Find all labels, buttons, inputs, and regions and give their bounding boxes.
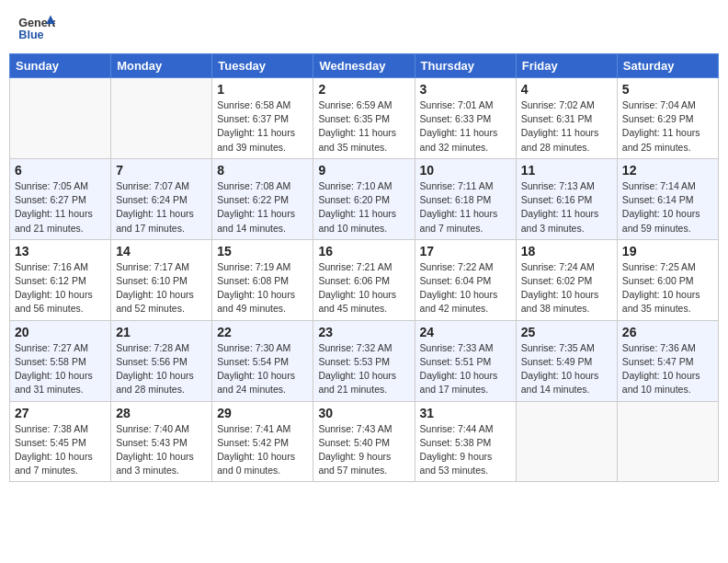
- day-number: 7: [116, 163, 207, 178]
- day-info: Sunrise: 7:44 AMSunset: 5:38 PMDaylight:…: [420, 422, 511, 478]
- calendar-cell: 25Sunrise: 7:35 AMSunset: 5:49 PMDayligh…: [516, 320, 617, 401]
- page-header: General Blue: [9, 9, 719, 46]
- day-number: 16: [318, 244, 409, 259]
- logo-icon: General Blue: [18, 14, 55, 41]
- day-number: 23: [318, 325, 409, 339]
- calendar-header-sunday: Sunday: [10, 54, 111, 78]
- day-info: Sunrise: 7:11 AMSunset: 6:18 PMDaylight:…: [420, 179, 511, 236]
- calendar-cell: 7Sunrise: 7:07 AMSunset: 6:24 PMDaylight…: [111, 158, 212, 239]
- calendar-cell: [111, 78, 212, 159]
- calendar-header-wednesday: Wednesday: [313, 54, 415, 78]
- day-number: 24: [420, 325, 511, 339]
- calendar-cell: 14Sunrise: 7:17 AMSunset: 6:10 PMDayligh…: [111, 239, 212, 320]
- day-info: Sunrise: 7:16 AMSunset: 6:12 PMDaylight:…: [15, 260, 106, 316]
- day-info: Sunrise: 7:07 AMSunset: 6:24 PMDaylight:…: [116, 179, 207, 236]
- calendar-table: SundayMondayTuesdayWednesdayThursdayFrid…: [9, 53, 719, 482]
- day-info: Sunrise: 7:10 AMSunset: 6:20 PMDaylight:…: [318, 179, 409, 236]
- day-info: Sunrise: 7:43 AMSunset: 5:40 PMDaylight:…: [318, 422, 409, 478]
- day-number: 28: [116, 406, 207, 420]
- day-number: 29: [217, 406, 308, 420]
- calendar-week-row: 6Sunrise: 7:05 AMSunset: 6:27 PMDaylight…: [10, 158, 719, 239]
- calendar-cell: [516, 401, 617, 482]
- calendar-cell: 16Sunrise: 7:21 AMSunset: 6:06 PMDayligh…: [313, 239, 415, 320]
- calendar-cell: 10Sunrise: 7:11 AMSunset: 6:18 PMDayligh…: [415, 158, 516, 239]
- calendar-cell: 30Sunrise: 7:43 AMSunset: 5:40 PMDayligh…: [313, 401, 415, 482]
- logo: General Blue: [18, 14, 59, 41]
- day-info: Sunrise: 7:28 AMSunset: 5:56 PMDaylight:…: [116, 341, 207, 397]
- calendar-cell: 3Sunrise: 7:01 AMSunset: 6:33 PMDaylight…: [415, 78, 516, 159]
- day-number: 5: [622, 82, 713, 97]
- calendar-header-friday: Friday: [516, 54, 617, 78]
- day-number: 4: [521, 82, 612, 97]
- calendar-cell: 23Sunrise: 7:32 AMSunset: 5:53 PMDayligh…: [313, 320, 415, 401]
- day-number: 9: [318, 163, 409, 178]
- day-number: 30: [318, 406, 409, 420]
- day-number: 11: [521, 163, 612, 178]
- calendar-week-row: 27Sunrise: 7:38 AMSunset: 5:45 PMDayligh…: [10, 401, 719, 482]
- day-info: Sunrise: 7:04 AMSunset: 6:29 PMDaylight:…: [622, 98, 713, 155]
- day-number: 10: [420, 163, 511, 178]
- day-number: 31: [420, 406, 511, 420]
- day-info: Sunrise: 7:32 AMSunset: 5:53 PMDaylight:…: [318, 341, 409, 397]
- day-info: Sunrise: 7:30 AMSunset: 5:54 PMDaylight:…: [217, 341, 308, 397]
- day-number: 18: [521, 244, 612, 259]
- calendar-cell: 27Sunrise: 7:38 AMSunset: 5:45 PMDayligh…: [10, 401, 111, 482]
- day-number: 19: [622, 244, 713, 259]
- calendar-cell: 22Sunrise: 7:30 AMSunset: 5:54 PMDayligh…: [212, 320, 313, 401]
- day-info: Sunrise: 7:41 AMSunset: 5:42 PMDaylight:…: [217, 422, 308, 478]
- calendar-week-row: 20Sunrise: 7:27 AMSunset: 5:58 PMDayligh…: [10, 320, 719, 401]
- day-info: Sunrise: 7:05 AMSunset: 6:27 PMDaylight:…: [15, 179, 106, 236]
- calendar-cell: 26Sunrise: 7:36 AMSunset: 5:47 PMDayligh…: [617, 320, 718, 401]
- calendar-cell: 6Sunrise: 7:05 AMSunset: 6:27 PMDaylight…: [10, 158, 111, 239]
- day-number: 1: [217, 82, 308, 97]
- day-info: Sunrise: 7:36 AMSunset: 5:47 PMDaylight:…: [622, 341, 713, 397]
- day-info: Sunrise: 6:58 AMSunset: 6:37 PMDaylight:…: [217, 98, 308, 155]
- calendar-cell: 28Sunrise: 7:40 AMSunset: 5:43 PMDayligh…: [111, 401, 212, 482]
- day-info: Sunrise: 7:13 AMSunset: 6:16 PMDaylight:…: [521, 179, 612, 236]
- calendar-cell: 4Sunrise: 7:02 AMSunset: 6:31 PMDaylight…: [516, 78, 617, 159]
- day-info: Sunrise: 7:22 AMSunset: 6:04 PMDaylight:…: [420, 260, 511, 316]
- day-info: Sunrise: 7:38 AMSunset: 5:45 PMDaylight:…: [15, 422, 106, 478]
- calendar-week-row: 13Sunrise: 7:16 AMSunset: 6:12 PMDayligh…: [10, 239, 719, 320]
- day-number: 6: [15, 163, 106, 178]
- day-info: Sunrise: 7:17 AMSunset: 6:10 PMDaylight:…: [116, 260, 207, 316]
- calendar-cell: 18Sunrise: 7:24 AMSunset: 6:02 PMDayligh…: [516, 239, 617, 320]
- day-info: Sunrise: 7:01 AMSunset: 6:33 PMDaylight:…: [420, 98, 511, 155]
- day-info: Sunrise: 7:35 AMSunset: 5:49 PMDaylight:…: [521, 341, 612, 397]
- day-number: 22: [217, 325, 308, 339]
- calendar-cell: 24Sunrise: 7:33 AMSunset: 5:51 PMDayligh…: [415, 320, 516, 401]
- calendar-cell: 20Sunrise: 7:27 AMSunset: 5:58 PMDayligh…: [10, 320, 111, 401]
- day-number: 26: [622, 325, 713, 339]
- day-number: 13: [15, 244, 106, 259]
- day-info: Sunrise: 7:08 AMSunset: 6:22 PMDaylight:…: [217, 179, 308, 236]
- calendar-cell: 12Sunrise: 7:14 AMSunset: 6:14 PMDayligh…: [617, 158, 718, 239]
- calendar-cell: [617, 401, 718, 482]
- calendar-cell: 19Sunrise: 7:25 AMSunset: 6:00 PMDayligh…: [617, 239, 718, 320]
- day-info: Sunrise: 7:25 AMSunset: 6:00 PMDaylight:…: [622, 260, 713, 316]
- calendar-cell: 1Sunrise: 6:58 AMSunset: 6:37 PMDaylight…: [212, 78, 313, 159]
- calendar-cell: [10, 78, 111, 159]
- day-number: 21: [116, 325, 207, 339]
- day-info: Sunrise: 7:40 AMSunset: 5:43 PMDaylight:…: [116, 422, 207, 478]
- calendar-header-tuesday: Tuesday: [212, 54, 313, 78]
- day-info: Sunrise: 7:14 AMSunset: 6:14 PMDaylight:…: [622, 179, 713, 236]
- day-number: 12: [622, 163, 713, 178]
- day-info: Sunrise: 7:24 AMSunset: 6:02 PMDaylight:…: [521, 260, 612, 316]
- calendar-cell: 29Sunrise: 7:41 AMSunset: 5:42 PMDayligh…: [212, 401, 313, 482]
- calendar-cell: 11Sunrise: 7:13 AMSunset: 6:16 PMDayligh…: [516, 158, 617, 239]
- calendar-cell: 21Sunrise: 7:28 AMSunset: 5:56 PMDayligh…: [111, 320, 212, 401]
- calendar-body: 1Sunrise: 6:58 AMSunset: 6:37 PMDaylight…: [10, 78, 719, 482]
- calendar-header-thursday: Thursday: [415, 54, 516, 78]
- calendar-cell: 2Sunrise: 6:59 AMSunset: 6:35 PMDaylight…: [313, 78, 415, 159]
- calendar-header-saturday: Saturday: [617, 54, 718, 78]
- day-number: 2: [318, 82, 409, 97]
- calendar-cell: 5Sunrise: 7:04 AMSunset: 6:29 PMDaylight…: [617, 78, 718, 159]
- day-number: 25: [521, 325, 612, 339]
- day-info: Sunrise: 7:02 AMSunset: 6:31 PMDaylight:…: [521, 98, 612, 155]
- day-info: Sunrise: 7:27 AMSunset: 5:58 PMDaylight:…: [15, 341, 106, 397]
- day-number: 3: [420, 82, 511, 97]
- day-info: Sunrise: 6:59 AMSunset: 6:35 PMDaylight:…: [318, 98, 409, 155]
- day-number: 20: [15, 325, 106, 339]
- day-number: 27: [15, 406, 106, 420]
- calendar-header-monday: Monday: [111, 54, 212, 78]
